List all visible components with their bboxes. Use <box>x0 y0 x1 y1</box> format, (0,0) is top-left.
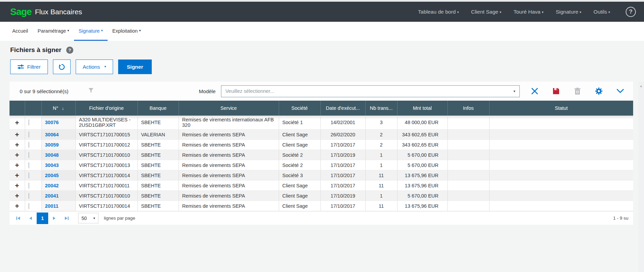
exec-date-cell: 14/02/2001 <box>320 116 365 130</box>
file-number-link[interactable]: 30064 <box>45 132 59 137</box>
file-number-cell: 20042 <box>41 181 75 191</box>
infos-cell <box>447 191 489 201</box>
total-amount-cell: 48 000,00 EUR <box>397 116 447 130</box>
file-number-link[interactable]: 30059 <box>45 142 59 148</box>
row-checkbox[interactable] <box>29 132 29 138</box>
file-origin-cell: VIRTSCT17101700011 <box>75 181 137 191</box>
column-header-date[interactable]: Date d'exécut... <box>320 101 365 116</box>
save-icon[interactable] <box>552 87 560 95</box>
row-checkbox[interactable] <box>29 119 29 125</box>
nav-item-accueil[interactable]: Accueil <box>7 22 33 41</box>
transaction-count-cell: 11 <box>365 170 397 181</box>
row-checkbox[interactable] <box>29 203 29 209</box>
top-navbar: Sage Flux Bancaires Tableau de bord▾ Cli… <box>0 2 644 22</box>
chevron-down-icon: ▾ <box>542 10 544 14</box>
app-title: Flux Bancaires <box>35 8 82 16</box>
column-header-fichier[interactable]: Fichier d'origine <box>75 101 137 116</box>
clear-icon[interactable] <box>531 87 539 95</box>
status-cell <box>489 130 633 140</box>
row-checkbox[interactable] <box>29 162 29 168</box>
row-checkbox[interactable] <box>29 172 29 178</box>
actions-button[interactable]: Actions ▾ <box>76 60 113 74</box>
column-header-mnt[interactable]: Mnt total <box>397 101 447 116</box>
company-cell: Société 2 <box>279 160 320 170</box>
help-icon[interactable]: ? <box>626 7 636 17</box>
filter-funnel-icon[interactable] <box>88 87 94 95</box>
expand-row-button[interactable]: + <box>10 150 25 160</box>
nav-item-parametrage[interactable]: Paramétrage▾ <box>33 22 74 41</box>
nav-item-exploitation[interactable]: Exploitation▾ <box>108 22 146 41</box>
row-checkbox[interactable] <box>29 183 29 189</box>
scroll-up-icon[interactable]: ▲ <box>638 83 644 89</box>
sage-logo: Sage <box>10 6 32 17</box>
status-cell <box>489 140 633 150</box>
collapse-icon[interactable] <box>616 87 624 95</box>
filter-button[interactable]: Filtrer <box>10 60 48 74</box>
refresh-button[interactable] <box>53 60 71 74</box>
row-checkbox[interactable] <box>29 142 29 148</box>
column-header-service[interactable]: Service <box>179 101 279 116</box>
file-number-link[interactable]: 30043 <box>45 163 59 168</box>
infos-cell <box>447 116 489 130</box>
file-number-link[interactable]: 20041 <box>45 193 59 199</box>
prev-page-button[interactable] <box>24 213 37 224</box>
expand-row-button[interactable]: + <box>10 170 25 181</box>
expand-row-button[interactable]: + <box>10 130 25 140</box>
table-row: + 20042 VIRTSCT17101700011 SBEHTE Remise… <box>10 181 633 191</box>
menu-client-sage[interactable]: Client Sage▾ <box>471 9 501 15</box>
table-row: + 30059 VIRTSCT17101700012 SBEHTE Remise… <box>10 140 633 150</box>
row-checkbox-cell <box>25 160 41 170</box>
file-number-cell: 30059 <box>41 140 75 150</box>
column-header-nbtrans[interactable]: Nb trans... <box>365 101 397 116</box>
expand-row-button[interactable]: + <box>10 201 25 211</box>
menu-user-toure-hava[interactable]: Touré Hava▾ <box>514 9 544 15</box>
exec-date-cell: 26/02/2020 <box>320 130 365 140</box>
nav-item-signature[interactable]: Signature▾ <box>74 22 108 41</box>
file-number-link[interactable]: 30076 <box>45 120 59 125</box>
file-origin-cell: VIRTSCT17101700012 <box>75 140 137 150</box>
page-help-icon[interactable]: ? <box>66 47 73 54</box>
menu-signature[interactable]: Signature▾ <box>556 9 581 15</box>
expand-row-button[interactable]: + <box>10 181 25 191</box>
menu-outils[interactable]: Outils▾ <box>593 9 610 15</box>
delete-icon[interactable] <box>573 87 582 95</box>
row-checkbox[interactable] <box>29 193 29 199</box>
column-header-societe[interactable]: Société <box>279 101 320 116</box>
settings-icon[interactable] <box>595 87 603 95</box>
column-header-no[interactable]: N°↓ <box>41 101 75 116</box>
menu-tableau-de-bord[interactable]: Tableau de bord▾ <box>418 9 459 15</box>
column-header-banque[interactable]: Banque <box>137 101 179 116</box>
expand-row-button[interactable]: + <box>10 140 25 150</box>
page-size-select[interactable]: 50 ▾ <box>78 213 98 223</box>
status-cell <box>489 181 633 191</box>
table-header-row: N°↓ Fichier d'origine Banque Service Soc… <box>10 101 633 116</box>
bank-cell: SBEHTE <box>137 170 179 181</box>
file-number-link[interactable]: 20042 <box>45 183 59 188</box>
chevron-down-icon: ▾ <box>579 10 581 14</box>
select-all-checkbox[interactable] <box>25 101 41 116</box>
table-row: + 30064 VIRTSCT17101700015 VALERIAN Remi… <box>10 130 633 140</box>
model-label: Modèle <box>199 88 216 94</box>
column-header-statut[interactable]: Statut <box>489 101 633 116</box>
row-checkbox[interactable] <box>29 152 29 158</box>
bank-cell: SBEHTE <box>137 116 179 130</box>
model-combobox[interactable]: Veuillez sélectionner... ▾ <box>221 85 520 97</box>
current-page-button[interactable]: 1 <box>37 213 48 224</box>
file-number-link[interactable]: 20045 <box>45 173 59 178</box>
expand-row-button[interactable]: + <box>10 160 25 170</box>
bank-cell: SBEHTE <box>137 191 179 201</box>
sign-button[interactable]: Signer <box>118 60 151 74</box>
first-page-button[interactable] <box>12 213 24 224</box>
infos-cell <box>447 130 489 140</box>
file-number-link[interactable]: 30048 <box>45 152 59 158</box>
company-cell: Client Sage <box>279 130 320 140</box>
status-cell <box>489 191 633 201</box>
expand-row-button[interactable]: + <box>10 116 25 130</box>
last-page-button[interactable] <box>60 213 73 224</box>
navbar-menu: Tableau de bord▾ Client Sage▾ Touré Hava… <box>418 7 636 17</box>
vertical-scrollbar[interactable]: ▲ ▼ <box>638 82 644 272</box>
expand-row-button[interactable]: + <box>10 191 25 201</box>
column-header-infos[interactable]: Infos <box>447 101 489 116</box>
file-number-link[interactable]: 20011 <box>45 203 59 209</box>
next-page-button[interactable] <box>48 213 60 224</box>
